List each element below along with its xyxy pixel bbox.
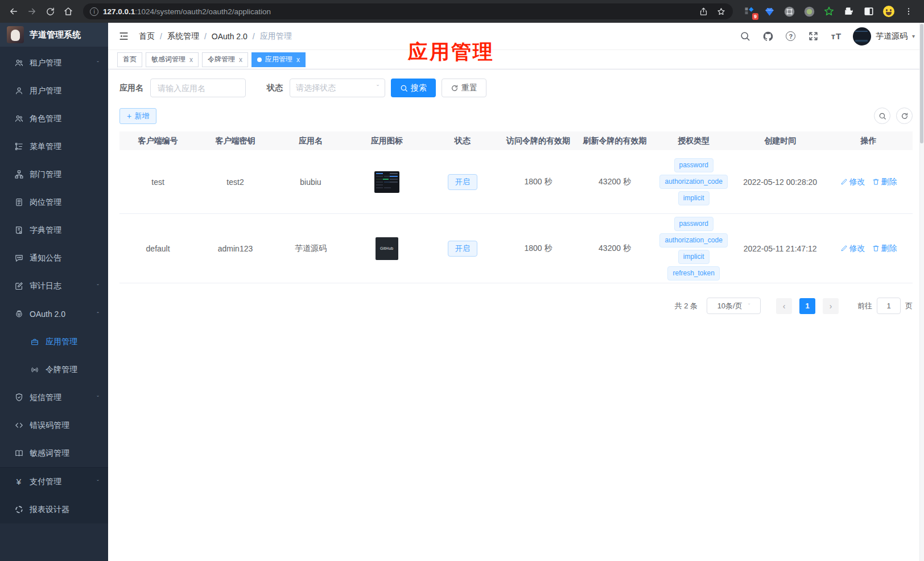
sidebar-item-dept[interactable]: 部门管理 [0, 160, 108, 188]
page-scrollbar[interactable] [919, 23, 924, 561]
column-header: 客户端密钥 [196, 136, 274, 146]
reset-button[interactable]: 重置 [442, 79, 486, 97]
sidebar-item-post[interactable]: 岗位管理 [0, 188, 108, 216]
profile-avatar-emoji[interactable] [882, 5, 895, 18]
prev-page-button[interactable]: ‹ [776, 298, 792, 314]
collapse-menu-icon [118, 31, 129, 42]
sidebar-item-tenant[interactable]: 租户管理 ˇ [0, 49, 108, 77]
sidebar-item-oauth-application[interactable]: 应用管理 [0, 328, 108, 356]
delete-label: 删除 [881, 244, 897, 254]
tab-application[interactable]: 应用管理 x [251, 52, 306, 67]
sidebar-collapse-button[interactable] [117, 30, 130, 43]
bookmark-star-icon[interactable] [716, 7, 726, 16]
tab-token[interactable]: 令牌管理 x [202, 52, 248, 67]
users-icon [14, 114, 24, 124]
close-icon[interactable]: x [189, 56, 193, 64]
delete-button[interactable]: 删除 [872, 177, 897, 187]
sidebar-item-role[interactable]: 角色管理 [0, 105, 108, 133]
extension-dot-icon[interactable] [803, 5, 815, 18]
scrollbar-thumb[interactable] [920, 24, 923, 143]
grant-tag: authorization_code [659, 175, 727, 189]
search-icon [740, 31, 750, 42]
search-icon [400, 84, 408, 92]
refresh-table-button[interactable] [896, 108, 913, 124]
side-panel-icon[interactable] [863, 5, 875, 18]
next-icon: › [830, 302, 832, 311]
sidebar-item-audit-log[interactable]: 审计日志 ˇ [0, 272, 108, 300]
browser-forward-button[interactable] [24, 3, 40, 19]
close-icon[interactable]: x [296, 56, 300, 64]
sidebar-item-sms[interactable]: 短信管理 ˇ [0, 383, 108, 411]
tab-home[interactable]: 首页 [117, 52, 142, 67]
extension-badge: 9 [752, 13, 758, 20]
address-bar[interactable]: i 127.0.0.1:1024/system/oauth2/oauth2/ap… [83, 3, 733, 19]
app-name-input[interactable] [150, 79, 246, 97]
sidebar-item-label: 角色管理 [30, 114, 99, 124]
edit-button[interactable]: 修改 [840, 177, 865, 187]
header-search-button[interactable] [739, 30, 752, 43]
emoji-face-icon [883, 6, 894, 17]
breadcrumb-home[interactable]: 首页 [139, 31, 155, 42]
sidebar-item-report-designer[interactable]: 报表设计器 [0, 496, 108, 523]
sidebar-item-label: OAuth 2.0 [30, 310, 97, 319]
page-size-select[interactable]: 10条/页 ˇ [707, 298, 761, 314]
sidebar-item-label: 岗位管理 [30, 197, 99, 208]
sidebar-item-errorcode[interactable]: 错误码管理 [0, 411, 108, 439]
help-button[interactable]: ? [785, 30, 797, 43]
browser-menu-button[interactable] [902, 5, 915, 18]
column-header: 操作 [824, 136, 913, 146]
table-toolbar: + 新增 [119, 108, 913, 124]
grant-tag: implicit [678, 191, 710, 205]
breadcrumb-oauth[interactable]: OAuth 2.0 [212, 32, 248, 41]
question-icon: ? [786, 31, 795, 41]
edit-label: 修改 [849, 244, 865, 254]
sidebar-item-label: 通知公告 [30, 253, 99, 263]
share-icon[interactable] [699, 7, 708, 16]
tab-sensitive-word[interactable]: 敏感词管理 x [146, 52, 199, 67]
sidebar-item-dict[interactable]: 字典管理 [0, 216, 108, 244]
goto-page-input[interactable] [877, 298, 901, 314]
sidebar-item-notice[interactable]: 通知公告 [0, 244, 108, 272]
sidebar-item-oauth-token[interactable]: 令牌管理 [0, 356, 108, 383]
breadcrumb-separator: / [253, 32, 255, 41]
sidebar-item-pay[interactable]: ¥ 支付管理 ˇ [0, 468, 108, 496]
url-host: 127.0.0.1 [103, 7, 135, 16]
chevron-up-icon: ˆ [97, 311, 99, 317]
delete-button[interactable]: 删除 [872, 244, 897, 254]
sidebar-item-menu[interactable]: 菜单管理 [0, 133, 108, 160]
close-icon[interactable]: x [239, 56, 242, 64]
breadcrumb-system[interactable]: 系统管理 [167, 31, 199, 42]
extension-command-icon[interactable] [783, 5, 795, 18]
extension-puzzle-icon[interactable] [843, 5, 855, 18]
extension-star-icon[interactable] [823, 5, 835, 18]
browser-back-button[interactable] [6, 3, 22, 19]
site-info-icon[interactable]: i [90, 7, 98, 16]
add-button[interactable]: + 新增 [119, 108, 156, 124]
browser-home-button[interactable] [60, 3, 76, 19]
github-link-button[interactable] [762, 30, 774, 43]
status-select[interactable]: 请选择状态 ˇ [290, 79, 385, 97]
sidebar-item-user[interactable]: 用户管理 [0, 77, 108, 105]
sidebar-logo[interactable]: 芋道管理系统 [0, 23, 108, 47]
green-dot-icon [803, 6, 815, 18]
page-number-1[interactable]: 1 [799, 298, 815, 314]
fullscreen-button[interactable] [807, 30, 820, 43]
page-unit-label: 页 [905, 301, 913, 311]
sidebar-item-sensitive-word[interactable]: 敏感词管理 [0, 439, 108, 467]
browser-reload-button[interactable] [42, 3, 58, 19]
next-page-button[interactable]: › [823, 298, 839, 314]
font-size-icon[interactable]: тT [830, 30, 843, 43]
sidebar: 芋道管理系统 租户管理 ˇ 用户管理 角色管理 菜单管理 [0, 23, 108, 561]
user-menu[interactable]: 芋道源码 ▾ [853, 27, 915, 46]
table-tools [874, 108, 913, 124]
edit-button[interactable]: 修改 [840, 244, 865, 254]
search-button[interactable]: 搜索 [391, 79, 436, 97]
tags-view: 首页 敏感词管理 x 令牌管理 x 应用管理 x [108, 50, 924, 69]
toggle-search-button[interactable] [874, 108, 890, 124]
avatar [853, 27, 871, 46]
sidebar-item-oauth2[interactable]: OAuth 2.0 ˆ [0, 300, 108, 328]
extension-gem-icon[interactable] [763, 5, 776, 18]
filter-bar: 应用名 状态 请选择状态 ˇ 搜索 重置 [119, 79, 913, 97]
extension-grid-icon[interactable]: 9 [743, 5, 756, 18]
prev-icon: ‹ [783, 302, 786, 311]
